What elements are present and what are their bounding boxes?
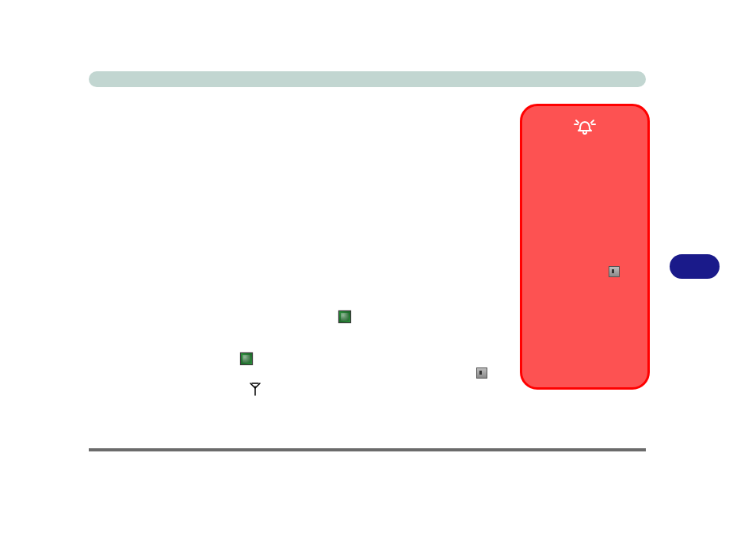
side-button[interactable] [670,254,720,279]
network-node-port[interactable] [476,367,487,379]
network-node-chip[interactable] [240,352,253,365]
bell-alarm-icon [573,114,597,138]
top-bar [89,71,646,87]
diagram-canvas [0,0,756,533]
svg-line-2 [591,120,594,123]
network-node-port[interactable] [609,266,620,277]
bottom-bar [89,448,646,451]
alert-panel[interactable] [520,104,650,390]
network-node-chip[interactable] [338,310,351,323]
antenna-icon [248,382,262,399]
svg-line-0 [576,120,578,123]
